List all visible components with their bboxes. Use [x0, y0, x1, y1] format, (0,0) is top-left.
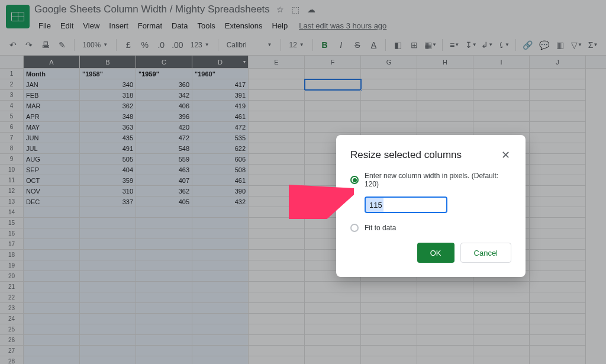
- radio-enter-width[interactable]: Enter new column width in pixels. (Defau…: [350, 172, 511, 188]
- radio-enter-width-label: Enter new column width in pixels. (Defau…: [365, 172, 511, 188]
- radio-fit-label: Fit to data: [365, 224, 396, 232]
- radio-unchecked-icon: [350, 224, 359, 232]
- cancel-button[interactable]: Cancel: [460, 243, 511, 263]
- radio-fit-to-data[interactable]: Fit to data: [350, 224, 511, 232]
- column-width-input[interactable]: [365, 197, 447, 213]
- resize-columns-dialog: Resize selected columns ✕ Enter new colu…: [336, 135, 526, 277]
- ok-button[interactable]: OK: [417, 243, 454, 263]
- dialog-title: Resize selected columns: [350, 149, 462, 161]
- close-icon[interactable]: ✕: [499, 149, 511, 161]
- radio-checked-icon: [350, 176, 359, 184]
